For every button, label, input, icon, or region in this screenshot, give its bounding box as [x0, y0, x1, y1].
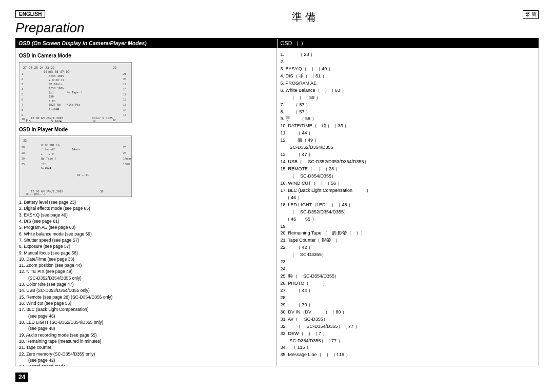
- svg-text:14min: 14min: [123, 157, 131, 160]
- svg-text:28: 28: [22, 146, 25, 149]
- svg-rect-41: [21, 137, 131, 197]
- svg-text:20: 20: [123, 77, 126, 81]
- osd-camera-svg: 27 26 25 24 23 22 22 1 2 3 4 5 6 7 8 9 1…: [21, 64, 131, 122]
- left-header: ENGLISH Preparation: [15, 10, 84, 36]
- svg-text:24: 24: [123, 151, 126, 154]
- svg-text:[D2]  No: [D2] No: [49, 103, 61, 106]
- svg-text:30: 30: [22, 157, 25, 160]
- svg-text:12: 12: [113, 119, 116, 122]
- svg-text:5.162●: 5.162●: [41, 166, 52, 169]
- svg-text:▶ 0:00:11: ▶ 0:00:11: [49, 79, 64, 82]
- osd-camera-diagram: 27 26 25 24 23 22 22 1 2 3 4 5 6 7 8 9 1…: [19, 62, 132, 123]
- right-content: 1. （ 23 ） 2. 3. EASY.Q（ ）（ 40 ） 4. DIS（ …: [276, 48, 539, 366]
- svg-text:22: 22: [113, 66, 117, 69]
- svg-text:11: 11: [26, 119, 29, 122]
- svg-text:02:03  05  07:09: 02:03 05 07:09: [44, 70, 70, 73]
- svg-text:0:00:00:16: 0:00:00:16: [41, 143, 60, 147]
- osd-camera-label: OSD in Camera Mode: [19, 52, 273, 60]
- svg-text:29: 29: [22, 151, 25, 154]
- svg-text:2: 2: [22, 77, 23, 81]
- svg-text:10: 10: [22, 117, 25, 121]
- svg-text:No Tape !: No Tape !: [41, 157, 56, 161]
- chinese-title: 準 備: [292, 10, 315, 24]
- svg-text:5.162●: 5.162●: [51, 120, 62, 122]
- svg-text:⊕ px: ⊕ px: [49, 99, 56, 103]
- svg-text:18: 18: [123, 88, 126, 91]
- osd-player-diagram: 32 28 29 30 35 26 24 14min 180% 0:00:00:…: [19, 135, 132, 197]
- right-numbered-list: 1. （ 23 ） 2. 3. EASY.Q（ ）（ 40 ） 4. DIS（ …: [281, 51, 535, 359]
- svg-text:[△]: [△]: [49, 91, 54, 94]
- svg-text:12: 12: [92, 120, 96, 122]
- left-numbered-list: 1. Battery level (see page 23) 2. Digita…: [19, 199, 273, 366]
- section-header-left: OSD (On Screen Display in Camera/Player …: [15, 39, 278, 48]
- svg-text:1/50     100%: 1/50 100%: [49, 87, 64, 90]
- svg-text:26: 26: [123, 146, 126, 149]
- svg-text:29 ——[10]——◇: 29 ——[10]——◇: [26, 192, 46, 195]
- svg-text:SP    16min: SP 16min: [49, 83, 63, 86]
- svg-text:180%: 180%: [123, 163, 130, 166]
- svg-text:15: 15: [123, 103, 126, 106]
- svg-text:1: 1: [22, 72, 23, 75]
- svg-text:AV ←  31: AV ← 31: [77, 173, 89, 177]
- svg-text:35: 35: [22, 163, 25, 166]
- header: ENGLISH Preparation 準 備 繁 簡: [15, 10, 539, 36]
- svg-text:27  26  25  24  23  22: 27 26 25 24 23 22: [23, 66, 55, 69]
- svg-text:32: 32: [23, 139, 27, 142]
- osd-player-svg: 32 28 29 30 35 26 24 14min 180% 0:00:00:…: [21, 137, 131, 197]
- section-header-right: OSD （ ）: [278, 39, 539, 48]
- page-number-badge: 24: [15, 373, 28, 382]
- english-badge: ENGLISH: [15, 10, 45, 18]
- svg-text:▶ D: ▶ D: [49, 152, 54, 155]
- osd-player-label: OSD in Player Mode: [19, 126, 273, 134]
- chinese-badge: 繁 簡: [523, 10, 539, 19]
- chinese-badge-area: 繁 簡: [523, 10, 539, 21]
- right-header: 準 備: [292, 10, 315, 24]
- svg-text:Nite Pix: Nite Pix: [67, 103, 81, 106]
- svg-text:8: 8: [22, 108, 23, 111]
- svg-text:Atmo   100%: Atmo 100%: [49, 74, 64, 77]
- svg-text:17: 17: [123, 93, 126, 96]
- svg-text:14: 14: [123, 108, 126, 111]
- svg-text:150: 150: [49, 95, 54, 98]
- svg-text:-φ-: -φ-: [41, 162, 46, 165]
- svg-text:14min: 14min: [72, 148, 81, 151]
- svg-text:30: 30: [100, 190, 104, 193]
- svg-text:6: 6: [22, 98, 23, 101]
- svg-text:9: 9: [22, 113, 23, 116]
- svg-text:5.162●: 5.162●: [49, 107, 60, 110]
- left-content: OSD in Camera Mode 27 26 25 24 23 22 22 …: [16, 48, 276, 366]
- svg-text:13: 13: [123, 113, 126, 116]
- svg-text:21: 21: [123, 72, 126, 75]
- svg-text:♪ Sound♬: ♪ Sound♬: [41, 148, 55, 151]
- svg-text:7: 7: [22, 103, 23, 106]
- svg-text:No Tape !: No Tape !: [67, 91, 82, 94]
- svg-text:4: 4: [22, 88, 23, 91]
- svg-text:16: 16: [123, 98, 126, 101]
- svg-text:19: 19: [123, 83, 126, 86]
- svg-text:5: 5: [22, 93, 23, 96]
- page-title: Preparation: [15, 20, 84, 36]
- svg-text:3: 3: [22, 83, 23, 86]
